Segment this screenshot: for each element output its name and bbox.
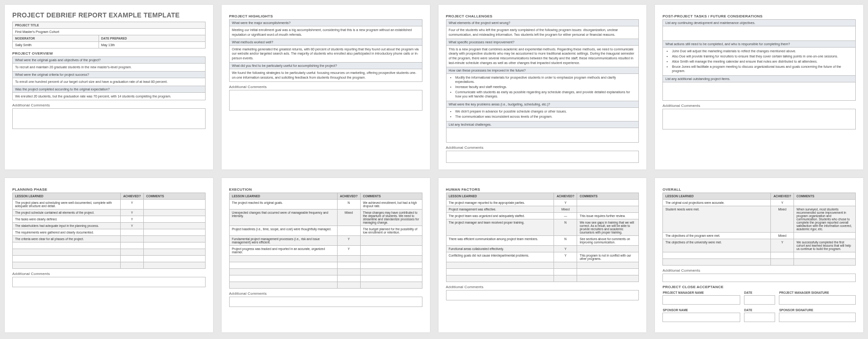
ch-a5 [446, 128, 639, 143]
sig-table-2: SPONSOR NAMEDATESPONSOR SIGNATURE [662, 307, 856, 322]
table-row [229, 282, 422, 289]
table-row: Unexpected changes that occurred were of… [229, 210, 422, 226]
comments-cell: These changes may have contributed to th… [360, 210, 422, 226]
table-row: Project progress was tracked and reporte… [229, 246, 422, 256]
moderator-val: Sally Smith [13, 42, 99, 48]
planning-head: PLANNING PHASE [12, 187, 206, 192]
comments-cell: We achieved enrollment, but had a high d… [360, 200, 422, 210]
overview-table: What were the original goals and objecti… [12, 56, 206, 100]
list-item: John Doe will adjust the marketing mater… [672, 49, 853, 53]
comments-cell [360, 236, 422, 246]
table-row [446, 275, 639, 282]
comments-cell [143, 262, 205, 269]
lesson-cell [663, 259, 771, 266]
exec-table: LESSON LEARNEDACHIEVED?COMMENTS The proj… [229, 193, 422, 289]
comments-cell [143, 249, 205, 256]
pp-q3: List any additional outstanding project … [663, 76, 856, 82]
main-title: PROJECT DEBRIEF REPORT EXAMPLE TEMPLATE [12, 11, 206, 19]
pp-q2: What actions still need to be completed,… [663, 41, 856, 48]
sp-sig-field[interactable] [779, 313, 856, 322]
achieved-cell: N [554, 219, 577, 236]
ch-a4: We didn't prepare in advance for possibl… [446, 108, 639, 121]
highlights-table: What were the major accomplishments? Mee… [229, 19, 422, 82]
table-row [229, 256, 422, 262]
list-item: Modify the informational materials for p… [455, 75, 637, 84]
sp-name-field[interactable] [663, 313, 740, 322]
lesson-cell: The objectives of the university were me… [663, 239, 771, 252]
hl-q2: What methods worked well? [229, 39, 422, 45]
achieved-cell [554, 262, 577, 269]
lesson-cell: The objectives of the program were met. [663, 233, 771, 239]
ch-q4: What were the key problems areas (i.e., … [446, 101, 639, 108]
post-table: List any continuing development and main… [662, 19, 856, 101]
pm-sig-field[interactable] [779, 296, 856, 305]
table-row: Student needs were met.MixedWhen surveye… [663, 206, 856, 233]
table-row [663, 259, 856, 266]
lesson-cell [13, 249, 121, 256]
achieved-cell [337, 262, 360, 269]
achieved-cell: N [554, 236, 577, 246]
pp-a3 [663, 82, 856, 101]
overall-head: OVERALL [662, 187, 856, 192]
date-val: May 13th [99, 42, 205, 48]
hl-ac-box [229, 90, 422, 111]
lesson-cell [446, 262, 554, 269]
achieved-cell: Y [120, 210, 143, 216]
lesson-cell: Project management was effective. [446, 206, 554, 213]
comments-cell [360, 262, 422, 269]
page-1: PROJECT DEBRIEF REPORT EXAMPLE TEMPLATE … [5, 5, 213, 170]
comments-cell [143, 216, 205, 223]
table-row [446, 262, 639, 269]
table-row: The project reached its original goals.N… [229, 200, 422, 210]
comments-cell [577, 262, 639, 269]
lesson-cell [13, 256, 121, 262]
hl-a3: We found the following strategies to be … [229, 69, 422, 81]
ov-a2: To enroll one hundred percent of our tar… [13, 78, 206, 86]
table-row [663, 252, 856, 259]
comments-cell [577, 275, 639, 282]
date-label-1: DATE [744, 290, 775, 296]
lesson-cell: Fundamental project management processes… [229, 236, 337, 246]
achieved-cell: Y [337, 246, 360, 256]
achieved-cell [120, 249, 143, 256]
achieved-cell: Mixed [337, 210, 360, 226]
comments-cell [794, 259, 856, 266]
pm-name-field[interactable] [663, 296, 740, 305]
pp-ac-box [662, 109, 856, 129]
date-label: DATE PREPARED [99, 35, 205, 42]
page-7: HUMAN FACTORS LESSON LEARNEDACHIEVED?COM… [438, 178, 647, 332]
ov-q1: What were the original goals and objecti… [13, 57, 206, 64]
lesson-cell: The tasks were clearly defined. [13, 216, 121, 223]
achieved-cell [120, 242, 143, 249]
table-row: The stakeholders had adequate input in t… [13, 223, 206, 229]
page-2: PROJECT HIGHLIGHTS What were the major a… [222, 5, 430, 170]
pp-ac-label: Additional Comments [662, 104, 856, 108]
list-item: Bruce Jones will facilitate a program me… [672, 65, 853, 73]
ch-a3: Modify the informational materials for p… [446, 73, 639, 101]
hl-a1: Meeting our initial enrollment goal was … [229, 26, 422, 39]
achieved-cell [337, 275, 360, 282]
ov-q2: What were the original criteria for proj… [13, 71, 206, 78]
lesson-cell: The project schedule contained all eleme… [13, 210, 121, 216]
comments-cell: When surveyed, most students recommended… [794, 206, 856, 233]
comments-cell [143, 210, 205, 216]
pl-ac-box [12, 277, 206, 287]
achieved-cell [337, 226, 360, 236]
achieved-cell [554, 269, 577, 275]
comments-cell: We successfully completed the first coho… [794, 239, 856, 252]
page-5: PLANNING PHASE LESSON LEARNEDACHIEVED?CO… [5, 178, 213, 332]
pm-date-field[interactable] [744, 296, 775, 305]
challenges-table: What elements of the project went wrong?… [446, 19, 639, 143]
lesson-cell [229, 275, 337, 282]
comments-cell [794, 233, 856, 239]
table-row: Fundamental project management processes… [229, 236, 422, 246]
comments-cell [577, 246, 639, 252]
table-row: Functional areas collaborated effectivel… [446, 246, 639, 252]
achieved-cell [337, 269, 360, 275]
lesson-cell: Conflicting goals did not cause interdep… [446, 252, 554, 262]
table-row: The requirements were gathered and clear… [13, 229, 206, 236]
col-achieved: ACHIEVED? [120, 193, 143, 200]
sp-date-field[interactable] [744, 313, 775, 322]
lesson-cell [229, 262, 337, 269]
table-row: The tasks were clearly defined.Y [13, 216, 206, 223]
